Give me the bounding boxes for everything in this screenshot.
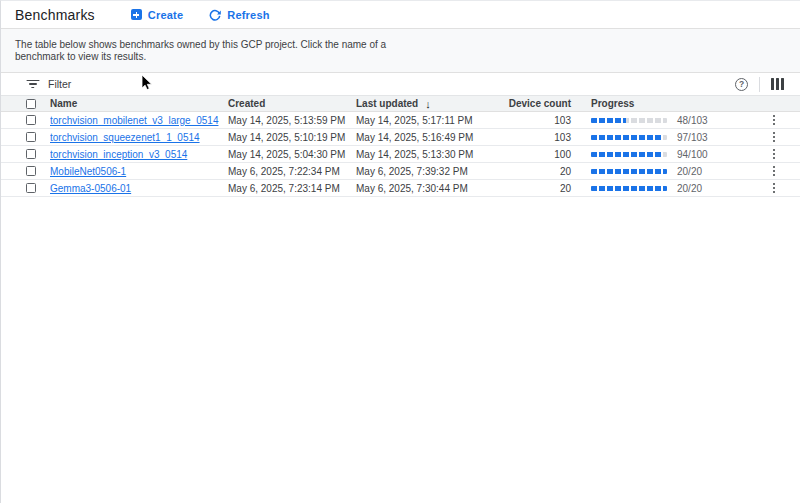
table-row: torchvision_squeezenet1_1_0514 May 14, 2… <box>1 129 800 146</box>
table-row: torchvision_mobilenet_v3_large_0514 May … <box>1 112 800 129</box>
table-row: torchvision_inception_v3_0514 May 14, 20… <box>1 146 800 163</box>
progress-bar <box>591 135 667 140</box>
progress-cell: 94/100 <box>571 149 748 160</box>
page-header: Benchmarks Create Refresh <box>1 1 800 29</box>
row-checkbox-cell <box>26 166 50 176</box>
row-menu-cell <box>748 182 800 195</box>
table-row: MobileNet0506-1 May 6, 2025, 7:22:34 PM … <box>1 163 800 180</box>
row-checkbox[interactable] <box>26 115 36 125</box>
benchmark-name-link[interactable]: torchvision_inception_v3_0514 <box>50 149 187 160</box>
created-cell: May 6, 2025, 7:22:34 PM <box>228 166 356 177</box>
progress-cell: 20/20 <box>571 166 748 177</box>
progress-label: 97/103 <box>677 132 708 143</box>
add-icon <box>131 9 142 20</box>
row-checkbox-cell <box>26 115 50 125</box>
created-cell: May 14, 2025, 5:10:19 PM <box>228 132 356 143</box>
progress-bar <box>591 118 667 123</box>
column-header-device-count[interactable]: Device count <box>506 98 571 109</box>
benchmark-name-cell: torchvision_inception_v3_0514 <box>50 149 228 160</box>
row-checkbox[interactable] <box>26 166 36 176</box>
benchmarks-table: Name Created Last updated ↓ Device count… <box>1 95 800 197</box>
row-checkbox[interactable] <box>26 132 36 142</box>
last-updated-cell: May 14, 2025, 5:17:11 PM <box>356 115 506 126</box>
progress-bar <box>591 186 667 191</box>
create-button[interactable]: Create <box>125 5 189 25</box>
description-band: The table below shows benchmarks owned b… <box>1 29 800 73</box>
row-menu-cell <box>748 148 800 161</box>
created-cell: May 14, 2025, 5:13:59 PM <box>228 115 356 126</box>
progress-fill <box>591 118 626 123</box>
last-updated-cell: May 6, 2025, 7:30:44 PM <box>356 183 506 194</box>
benchmark-name-link[interactable]: MobileNet0506-1 <box>50 166 126 177</box>
toolbar: Create Refresh <box>125 5 276 25</box>
filter-bar: Filter ? <box>1 73 800 95</box>
column-header-progress[interactable]: Progress <box>571 98 748 109</box>
progress-label: 20/20 <box>677 166 702 177</box>
progress-bar <box>591 152 667 157</box>
device-count-cell: 20 <box>506 183 571 194</box>
column-header-name[interactable]: Name <box>50 98 228 109</box>
benchmark-name-link[interactable]: torchvision_mobilenet_v3_large_0514 <box>50 115 218 126</box>
benchmark-name-link[interactable]: torchvision_squeezenet1_1_0514 <box>50 132 200 143</box>
column-header-created[interactable]: Created <box>228 98 356 109</box>
last-updated-cell: May 14, 2025, 5:13:30 PM <box>356 149 506 160</box>
device-count-cell: 20 <box>506 166 571 177</box>
refresh-button-label: Refresh <box>227 9 269 21</box>
created-cell: May 6, 2025, 7:23:14 PM <box>228 183 356 194</box>
table-header-row: Name Created Last updated ↓ Device count… <box>1 95 800 112</box>
column-header-last-updated-label: Last updated <box>356 98 418 109</box>
page-title: Benchmarks <box>15 7 95 23</box>
progress-label: 48/103 <box>677 115 708 126</box>
progress-label: 20/20 <box>677 183 702 194</box>
benchmark-name-cell: torchvision_mobilenet_v3_large_0514 <box>50 115 228 126</box>
progress-fill <box>591 169 667 174</box>
created-cell: May 14, 2025, 5:04:30 PM <box>228 149 356 160</box>
benchmarks-page: Benchmarks Create Refresh The table belo… <box>0 0 800 503</box>
refresh-button[interactable]: Refresh <box>203 5 275 25</box>
row-actions-kebab-icon[interactable] <box>770 182 779 195</box>
header-checkbox-cell <box>26 99 50 109</box>
row-checkbox[interactable] <box>26 183 36 193</box>
row-menu-cell <box>748 114 800 127</box>
benchmark-name-cell: MobileNet0506-1 <box>50 166 228 177</box>
row-actions-kebab-icon[interactable] <box>770 131 779 144</box>
description-text: The table below shows benchmarks owned b… <box>15 39 403 63</box>
progress-cell: 97/103 <box>571 132 748 143</box>
icon-separator <box>759 77 760 92</box>
select-all-checkbox[interactable] <box>26 99 36 109</box>
benchmark-name-cell: torchvision_squeezenet1_1_0514 <box>50 132 228 143</box>
progress-fill <box>591 135 663 140</box>
progress-fill <box>591 186 667 191</box>
row-checkbox-cell <box>26 132 50 142</box>
row-actions-kebab-icon[interactable] <box>770 148 779 161</box>
device-count-cell: 103 <box>506 132 571 143</box>
filter-icon <box>26 80 39 89</box>
sort-descending-icon[interactable]: ↓ <box>425 98 431 110</box>
progress-bar <box>591 169 667 174</box>
help-icon[interactable]: ? <box>735 78 748 91</box>
table-row: Gemma3-0506-01 May 6, 2025, 7:23:14 PM M… <box>1 180 800 197</box>
device-count-cell: 103 <box>506 115 571 126</box>
row-checkbox-cell <box>26 183 50 193</box>
device-count-cell: 100 <box>506 149 571 160</box>
benchmark-name-link[interactable]: Gemma3-0506-01 <box>50 183 131 194</box>
table-body: torchvision_mobilenet_v3_large_0514 May … <box>1 112 800 197</box>
row-actions-kebab-icon[interactable] <box>770 114 779 127</box>
row-actions-kebab-icon[interactable] <box>770 165 779 178</box>
create-button-label: Create <box>148 9 183 21</box>
benchmark-name-cell: Gemma3-0506-01 <box>50 183 228 194</box>
row-checkbox-cell <box>26 149 50 159</box>
row-menu-cell <box>748 165 800 178</box>
column-header-last-updated[interactable]: Last updated ↓ <box>356 98 506 110</box>
last-updated-cell: May 6, 2025, 7:39:32 PM <box>356 166 506 177</box>
last-updated-cell: May 14, 2025, 5:16:49 PM <box>356 132 506 143</box>
filter-label: Filter <box>48 78 71 90</box>
progress-fill <box>591 152 662 157</box>
progress-cell: 20/20 <box>571 183 748 194</box>
column-display-options-icon[interactable] <box>771 78 784 90</box>
filter-bar-actions: ? <box>735 77 784 92</box>
progress-label: 94/100 <box>677 149 708 160</box>
row-checkbox[interactable] <box>26 149 36 159</box>
filter-control[interactable]: Filter <box>26 78 71 90</box>
refresh-icon <box>209 9 221 21</box>
